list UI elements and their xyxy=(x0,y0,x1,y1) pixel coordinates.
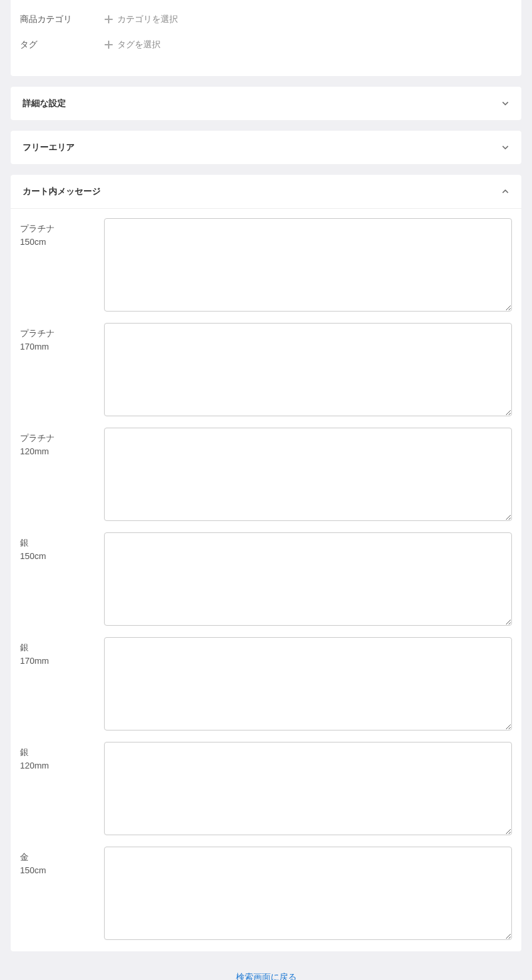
cart-message-textarea[interactable] xyxy=(104,847,512,940)
select-category-action[interactable]: カテゴリを選択 xyxy=(104,13,178,25)
cart-message-panel: カート内メッセージ プラチナ 150cmプラチナ 170mmプラチナ 120mm… xyxy=(11,175,521,951)
tag-row: タグ タグを選択 xyxy=(20,32,512,57)
cart-message-row: プラチナ 170mm xyxy=(20,323,512,418)
free-area-header[interactable]: フリーエリア xyxy=(11,131,521,164)
cart-message-textarea[interactable] xyxy=(104,428,512,521)
chevron-up-icon xyxy=(501,187,509,195)
cart-message-textarea[interactable] xyxy=(104,742,512,835)
cart-message-body: プラチナ 150cmプラチナ 170mmプラチナ 120mm銀 150cm銀 1… xyxy=(11,208,521,951)
cart-message-field xyxy=(104,742,512,837)
category-label: 商品カテゴリ xyxy=(20,13,104,25)
select-tag-text: タグを選択 xyxy=(117,39,161,51)
plus-icon xyxy=(104,15,113,24)
cart-message-row: 銀 120mm xyxy=(20,742,512,837)
cart-message-textarea[interactable] xyxy=(104,323,512,416)
select-category-text: カテゴリを選択 xyxy=(117,13,178,25)
cart-message-field xyxy=(104,532,512,628)
cart-message-label: プラチナ 150cm xyxy=(20,218,104,248)
tag-label: タグ xyxy=(20,39,104,51)
cart-message-row: プラチナ 150cm xyxy=(20,218,512,314)
back-link-container: 検索画面に戻る xyxy=(11,962,521,980)
cart-message-row: 金 150cm xyxy=(20,847,512,942)
cart-message-label: プラチナ 120mm xyxy=(20,428,104,458)
category-row: 商品カテゴリ カテゴリを選択 xyxy=(20,7,512,32)
cart-message-title: カート内メッセージ xyxy=(23,185,101,197)
cart-message-field xyxy=(104,218,512,314)
cart-message-header[interactable]: カート内メッセージ xyxy=(11,175,521,208)
cart-message-field xyxy=(104,323,512,418)
advanced-settings-panel: 詳細な設定 xyxy=(11,87,521,120)
cart-message-field xyxy=(104,428,512,523)
cart-message-row: 銀 170mm xyxy=(20,637,512,732)
chevron-down-icon xyxy=(501,99,509,107)
advanced-settings-header[interactable]: 詳細な設定 xyxy=(11,87,521,120)
free-area-title: フリーエリア xyxy=(23,141,75,153)
meta-panel: 商品カテゴリ カテゴリを選択 タグ タグを選択 xyxy=(11,0,521,76)
cart-message-label: 金 150cm xyxy=(20,847,104,877)
cart-message-label: 銀 150cm xyxy=(20,532,104,562)
cart-message-textarea[interactable] xyxy=(104,218,512,312)
plus-icon xyxy=(104,40,113,49)
cart-message-label: 銀 120mm xyxy=(20,742,104,772)
cart-message-label: プラチナ 170mm xyxy=(20,323,104,353)
back-to-search-link[interactable]: 検索画面に戻る xyxy=(236,972,297,980)
cart-message-textarea[interactable] xyxy=(104,532,512,626)
free-area-panel: フリーエリア xyxy=(11,131,521,164)
cart-message-field xyxy=(104,637,512,732)
cart-message-row: プラチナ 120mm xyxy=(20,428,512,523)
cart-message-label: 銀 170mm xyxy=(20,637,104,667)
advanced-settings-title: 詳細な設定 xyxy=(23,97,66,109)
cart-message-row: 銀 150cm xyxy=(20,532,512,628)
cart-message-field xyxy=(104,847,512,942)
select-tag-action[interactable]: タグを選択 xyxy=(104,39,161,51)
chevron-down-icon xyxy=(501,143,509,151)
cart-message-textarea[interactable] xyxy=(104,637,512,730)
